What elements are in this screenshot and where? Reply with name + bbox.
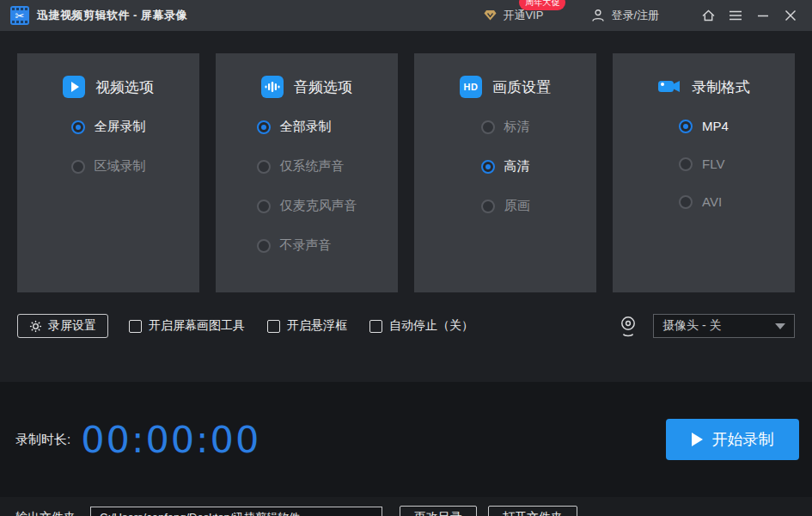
checkbox-icon [369, 320, 382, 333]
play-icon [63, 76, 85, 98]
promo-badge: 周年大促 [519, 0, 565, 10]
radio-icon [679, 157, 693, 171]
home-icon [701, 9, 716, 22]
chevron-down-icon [775, 323, 785, 329]
panel-video-options: 视频选项 全屏录制 区域录制 [17, 53, 199, 292]
camcorder-icon [657, 76, 681, 98]
radio-icon [257, 200, 271, 213]
radio-record-all-audio[interactable]: 全部录制 [257, 119, 357, 135]
radio-icon [257, 160, 271, 174]
vip-diamond-icon [483, 9, 498, 22]
audio-wave-icon [261, 76, 284, 98]
radio-icon [679, 195, 693, 209]
record-settings-button[interactable]: 录屏设置 [17, 314, 108, 338]
radio-fullscreen-record[interactable]: 全屏录制 [71, 119, 146, 135]
panel-title: 音频选项 [294, 77, 352, 97]
radio-no-audio[interactable]: 不录声音 [257, 237, 357, 254]
panel-record-format: 录制格式 MP4 FLV AVI [613, 53, 795, 292]
panel-title: 画质设置 [492, 77, 551, 97]
radio-icon [679, 120, 693, 133]
radio-icon [481, 120, 495, 134]
login-button[interactable]: 登录/注册 [591, 8, 659, 23]
home-button[interactable] [697, 4, 719, 27]
login-label: 登录/注册 [611, 8, 659, 23]
radio-mic-only[interactable]: 仅麦克风声音 [257, 198, 357, 214]
toolbar: 录屏设置 开启屏幕画图工具 开启悬浮框 自动停止（关） [17, 313, 795, 339]
duration-value: 00:00:00 [81, 418, 260, 461]
start-record-label: 开始录制 [712, 429, 774, 450]
output-strip: 输出文件夹 更改目录 打开文件夹 [0, 497, 812, 516]
panel-title: 视频选项 [95, 77, 154, 97]
change-directory-button[interactable]: 更改目录 [400, 506, 477, 516]
gear-icon [29, 320, 42, 333]
option-panels: 视频选项 全屏录制 区域录制 [17, 53, 795, 292]
radio-icon [71, 120, 85, 134]
radio-icon [257, 120, 271, 134]
radio-format-flv[interactable]: FLV [679, 157, 729, 171]
checkbox-screen-draw-tool[interactable]: 开启屏幕画图工具 [129, 318, 245, 334]
camera-select-dropdown[interactable]: 摄像头 - 关 [653, 314, 795, 338]
checkbox-icon [267, 320, 280, 333]
scissors-glyph: ✂ [15, 10, 25, 22]
checkbox-icon [129, 320, 142, 333]
menu-button[interactable] [724, 4, 747, 27]
open-folder-button[interactable]: 打开文件夹 [488, 506, 577, 516]
radio-format-avi[interactable]: AVI [679, 194, 729, 209]
radio-icon [481, 200, 495, 213]
hd-icon: HD [460, 76, 482, 98]
panel-title: 录制格式 [692, 77, 750, 97]
play-triangle-icon [692, 433, 703, 446]
main-area: 视频选项 全屏录制 区域录制 [0, 53, 812, 382]
webcam-icon[interactable] [618, 315, 638, 338]
open-vip-button[interactable]: 开通VIP 周年大促 [483, 8, 543, 23]
app-logo-icon: ✂ [10, 6, 29, 25]
duration-label: 录制时长: [15, 432, 70, 448]
start-record-button[interactable]: 开始录制 [666, 419, 799, 460]
hamburger-menu-icon [729, 9, 742, 22]
radio-original-quality[interactable]: 原画 [481, 198, 530, 214]
titlebar: ✂ 迅捷视频剪辑软件 - 屏幕录像 开通VIP 周年大促 登录/注册 [0, 0, 812, 31]
output-path-input[interactable] [90, 507, 382, 516]
checkbox-auto-stop[interactable]: 自动停止（关） [369, 318, 473, 334]
window-title: 迅捷视频剪辑软件 - 屏幕录像 [37, 8, 187, 23]
radio-format-mp4[interactable]: MP4 [679, 119, 729, 133]
user-icon [591, 9, 605, 22]
record-settings-label: 录屏设置 [48, 318, 96, 334]
radio-icon [257, 239, 271, 253]
radio-icon [71, 160, 85, 174]
minimize-icon [757, 9, 769, 22]
checkbox-floating-bar[interactable]: 开启悬浮框 [267, 318, 347, 334]
radio-standard-quality[interactable]: 标清 [481, 119, 530, 135]
radio-region-record[interactable]: 区域录制 [71, 158, 146, 175]
panel-audio-options: 音频选项 全部录制 仅系统声音 仅麦克风声音 不录声音 [216, 53, 398, 292]
minimize-button[interactable] [752, 4, 774, 27]
recording-strip: 录制时长: 00:00:00 开始录制 [0, 382, 812, 497]
close-button[interactable] [779, 4, 802, 27]
camera-select-value: 摄像头 - 关 [662, 318, 721, 334]
radio-icon [481, 160, 495, 174]
close-icon [785, 9, 797, 22]
radio-system-sound-only[interactable]: 仅系统声音 [257, 158, 357, 175]
output-folder-label: 输出文件夹 [15, 510, 76, 516]
panel-quality-settings: HD 画质设置 标清 高清 原画 [414, 53, 596, 292]
radio-high-quality[interactable]: 高清 [481, 158, 530, 175]
